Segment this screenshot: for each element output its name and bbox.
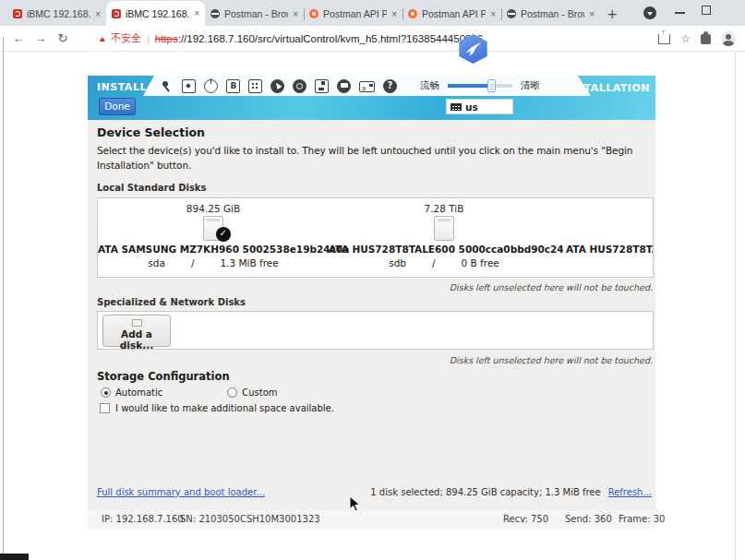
tab-title: Postman - Browse	[521, 8, 584, 19]
disk-separator: /	[191, 257, 195, 268]
status-frame: Frame: 30	[619, 514, 665, 524]
window-minimize-button[interactable]	[675, 12, 685, 14]
status-sn: SN: 2103050CSH10M3001323	[180, 514, 320, 524]
tab-close-icon[interactable]: ×	[293, 9, 298, 19]
screen-icon[interactable]	[337, 79, 351, 93]
tab-ibmc-1[interactable]: iBMC 192.168.7.16 ×	[7, 2, 106, 26]
local-disks-label: Local Standard Disks	[97, 183, 206, 193]
disk-sdc[interactable]: 7 ATA HUS728T8TAL sdc	[559, 203, 654, 268]
tab-title: Postman - Browse	[224, 8, 288, 19]
tab-close-icon[interactable]: ×	[95, 9, 101, 19]
refresh-link[interactable]: Refresh...	[608, 487, 652, 497]
disk-icon	[203, 216, 223, 241]
page-title: Device Selection	[97, 125, 205, 139]
disk-name: ATA HUS728T8TAL	[559, 244, 654, 255]
disk-free: 1.3 MiB free	[220, 257, 278, 268]
browser-tab-strip: iBMC 192.168.7.16 × iBMC 192.168.7.16 × …	[0, 0, 745, 26]
specialized-disks-panel: Add a disk...	[97, 311, 654, 350]
slider-handle[interactable]	[487, 79, 496, 92]
virtual-keyboard-icon[interactable]	[359, 81, 375, 92]
new-tab-button[interactable]: +	[600, 2, 624, 26]
installer-content: Device Selection Select the device(s) yo…	[88, 120, 655, 510]
help-icon[interactable]	[383, 79, 397, 93]
disk-sdb[interactable]: 7.28 TiB ATA HUS728T8TALE600 5000cca0bbd…	[329, 203, 559, 268]
cdrom-icon[interactable]	[293, 79, 306, 93]
security-indicator[interactable]: ! 不安全	[98, 31, 141, 45]
kvm-toolbar: 流畅 清晰	[143, 76, 591, 96]
tab-list: iBMC 192.168.7.16 × iBMC 192.168.7.16 × …	[7, 0, 624, 26]
quality-slider[interactable]	[448, 79, 512, 92]
disk-icon	[434, 216, 454, 241]
disk-name: ATA SAMSUNG MZ7KH960 5002538e19b24c0a	[98, 244, 329, 255]
tab-postman-api-2[interactable]: Postman API Platfo ×	[403, 2, 501, 26]
description-text: Select the device(s) you'd like to insta…	[97, 143, 651, 173]
browser-update-icon[interactable]	[643, 6, 656, 19]
selection-summary: 1 disk selected; 894.25 GiB capacity; 1.…	[370, 487, 600, 497]
additional-space-checkbox[interactable]	[100, 403, 110, 413]
disk-size: 894.25 GiB	[98, 203, 329, 214]
disk-detail-row: sdb / 0 B free	[329, 257, 559, 268]
floppy-icon[interactable]	[315, 79, 329, 93]
unselected-note-2: Disks left unselected here will not be t…	[96, 355, 653, 365]
radio-automatic[interactable]	[101, 387, 111, 398]
disk-dev: sdb	[389, 257, 406, 268]
quality-high-label: 清晰	[521, 79, 540, 92]
keyboard-b-icon[interactable]	[226, 79, 240, 93]
add-disk-label: Add a disk...	[120, 328, 153, 351]
forward-icon[interactable]	[30, 31, 52, 45]
share-icon[interactable]	[658, 34, 670, 44]
send-key-icon[interactable]	[248, 79, 262, 93]
tab-ibmc-2-active[interactable]: iBMC 192.168.7.16 ×	[106, 1, 205, 26]
bottom-summary-row: Full disk summary and boot loader... 1 d…	[97, 487, 652, 497]
full-disk-summary-link[interactable]: Full disk summary and boot loader...	[97, 487, 265, 497]
add-disk-icon	[132, 319, 142, 327]
pin-icon[interactable]	[160, 79, 174, 93]
mouse-icon[interactable]	[270, 79, 284, 93]
tab-postman-browse-2[interactable]: Postman - Browse ×	[501, 2, 600, 26]
screen-edge-line	[3, 37, 4, 554]
tab-title: Postman API Platfo	[422, 8, 486, 19]
radio-automatic-label: Automatic	[115, 387, 162, 398]
add-disk-button[interactable]: Add a disk...	[102, 315, 171, 347]
tab-close-icon[interactable]: ×	[490, 9, 496, 19]
kvm-status-bar: IP: 192.168.7.160 SN: 2103050CSH10M30013…	[88, 510, 655, 529]
bookmark-star-icon[interactable]	[680, 32, 691, 45]
status-send: Send: 360	[565, 514, 612, 524]
ibmc-icon	[13, 9, 22, 18]
extensions-icon[interactable]	[701, 34, 711, 44]
window-maximize-button[interactable]	[702, 6, 711, 15]
ibmc-icon	[112, 9, 121, 18]
profile-avatar[interactable]	[721, 31, 736, 46]
url-text[interactable]: ://192.168.7.160/src/virtualControl/kvm_…	[178, 33, 484, 44]
disk-separator: /	[432, 257, 436, 268]
screen-corner-mark	[0, 554, 29, 560]
url-scheme[interactable]: https	[155, 33, 178, 44]
slider-fill	[448, 84, 490, 88]
reload-icon[interactable]	[52, 31, 74, 45]
keyboard-layout-indicator[interactable]: us	[446, 99, 513, 114]
status-ip: IP: 192.168.7.160	[102, 514, 184, 524]
disk-sda[interactable]: 894.25 GiB ATA SAMSUNG MZ7KH960 5002538e…	[98, 203, 329, 268]
postman-icon	[309, 9, 318, 18]
tab-close-icon[interactable]: ×	[391, 9, 397, 19]
local-disks-panel: 894.25 GiB ATA SAMSUNG MZ7KH960 5002538e…	[97, 197, 654, 278]
unselected-note: Disks left unselected here will not be t…	[96, 282, 653, 292]
done-button[interactable]: Done	[99, 98, 136, 115]
fullscreen-icon[interactable]	[182, 79, 196, 93]
back-icon[interactable]	[7, 31, 30, 45]
globe-icon	[507, 9, 516, 18]
tab-postman-api-1[interactable]: Postman API Platfo ×	[304, 2, 403, 26]
radio-custom[interactable]	[227, 387, 237, 398]
additional-space-label: I would like to make additional space av…	[115, 403, 334, 413]
scrollbar-track[interactable]	[735, 52, 736, 560]
address-bar-actions	[658, 26, 736, 52]
globe-icon	[210, 9, 220, 18]
tab-close-icon[interactable]: ×	[194, 8, 199, 18]
tab-postman-browse-1[interactable]: Postman - Browse ×	[205, 2, 304, 26]
status-recv: Recv: 750	[503, 514, 548, 524]
quality-low-label: 流畅	[420, 79, 439, 92]
tab-close-icon[interactable]: ×	[589, 9, 595, 19]
power-icon[interactable]	[204, 79, 218, 93]
disk-free: 0 B free	[462, 257, 499, 268]
tab-title: Postman API Platfo	[323, 8, 387, 19]
